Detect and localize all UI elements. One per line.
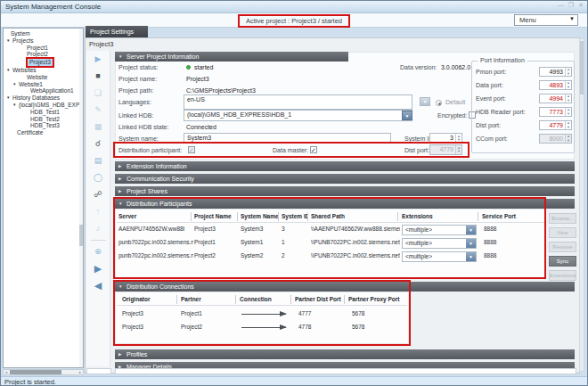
new-project-icon[interactable]: ❏ — [86, 85, 110, 102]
back-icon[interactable]: ◀ — [86, 277, 110, 294]
subtab-project3[interactable]: Project3 — [89, 40, 114, 48]
scrollbar-thumb[interactable] — [10, 370, 61, 374]
data-master-checkbox[interactable]: ✓ — [310, 146, 317, 153]
collapse-icon: ▼ — [118, 199, 127, 209]
chevron-down-icon[interactable]: ▼ — [466, 239, 476, 248]
stepper-arrows-icon[interactable]: ▲▼ — [455, 134, 461, 143]
distribution-icon[interactable]: ☍ — [86, 186, 110, 203]
hdb-reader-port-stepper[interactable]: 7773▲▼ — [539, 107, 572, 117]
section-header-communication-security[interactable]: ▶Communication Security — [115, 174, 575, 184]
add-icon[interactable]: ⊕ — [86, 243, 110, 260]
notification-icon[interactable]: ♪ — [86, 220, 110, 237]
tree-expand-icon[interactable]: ▼ — [12, 102, 19, 109]
tree-item-hdb-test3[interactable]: HDB_Test3 — [4, 122, 83, 129]
sync-button[interactable]: Sync — [549, 256, 576, 267]
section-header-profiles[interactable]: ▶Profiles — [115, 349, 575, 359]
restore-project-icon[interactable]: ▦ — [86, 119, 110, 136]
tree-item-local-hdb[interactable]: ▼(local)\GMS_HDB_EXPRES — [4, 102, 83, 109]
tree-item-system[interactable]: System — [4, 30, 83, 37]
tree-item-project1[interactable]: Project1 — [4, 45, 83, 52]
language-dropdown-icon[interactable]: ▼ — [420, 97, 430, 106]
col-shared-path[interactable]: Shared Path — [311, 212, 398, 221]
tree-vertical-scrollbar[interactable] — [79, 29, 83, 367]
content-horizontal-scrollbar[interactable] — [115, 368, 576, 374]
scroll-right-icon[interactable]: ▸ — [78, 370, 83, 374]
close-icon[interactable]: ✕ — [578, 2, 584, 9]
stepper-arrows-icon[interactable]: ▲▼ — [455, 145, 461, 154]
col-partner-dist-port[interactable]: Partner Dist Port — [295, 295, 345, 304]
data-port-stepper[interactable]: 4893▲▼ — [539, 80, 572, 90]
event-port-stepper[interactable]: 4994▲▼ — [539, 94, 572, 103]
linked-hdb-dropdown-icon[interactable]: ▼ — [402, 111, 412, 120]
languages-listbox[interactable]: en-US — [184, 94, 412, 110]
tree-item-hdb-test2[interactable]: HDB_Test2 — [4, 116, 83, 123]
col-extensions[interactable]: Extensions — [402, 212, 478, 221]
minimize-icon[interactable]: — — [558, 2, 564, 9]
port-information-title: Port Information — [478, 57, 527, 63]
upgrade-icon[interactable]: ↑ — [86, 203, 110, 220]
dist-port-stepper[interactable]: 4779 ▲▼ — [429, 144, 462, 155]
tree-item-websites[interactable]: ▼Websites — [4, 67, 83, 74]
col-partner[interactable]: Partner — [181, 295, 236, 304]
system-id-stepper[interactable]: 3 ▲▼ — [429, 133, 462, 144]
chevron-down-icon[interactable]: ▼ — [466, 252, 476, 261]
col-system-id[interactable]: System ID — [282, 212, 308, 221]
tree-item-certificate[interactable]: Certificate — [4, 129, 83, 136]
col-connection[interactable]: Connection — [240, 295, 291, 304]
tree-item-website1[interactable]: ▼Website1 — [4, 81, 83, 88]
tree-item-history-databases[interactable]: ▼History Databases — [4, 94, 83, 102]
scroll-left-icon[interactable]: ◂ — [4, 370, 9, 374]
start-project-icon[interactable]: ▶ — [86, 51, 110, 68]
tree-expand-icon[interactable]: ▼ — [6, 37, 12, 45]
new-button[interactable]: New — [549, 227, 576, 238]
tree-item-project3[interactable]: Project3 — [4, 58, 83, 67]
maximize-icon[interactable]: ❐ — [568, 2, 574, 9]
tree-item-project2[interactable]: Project2 — [4, 51, 83, 58]
linked-hdb-dropdown[interactable]: (local)\GMS_HDB_EXPRESS\HDB_1 — [184, 110, 412, 121]
dist-port-info-stepper[interactable]: 4779▲▼ — [539, 120, 572, 130]
section-header-extension-information[interactable]: ▶Extension Information — [115, 161, 575, 171]
tree-expand-icon[interactable]: ▼ — [6, 94, 12, 102]
chevron-down-icon[interactable]: ▼ — [466, 226, 476, 234]
tree-item-hdb-test1[interactable]: HDB_Test1 — [4, 109, 83, 116]
menu-dropdown[interactable]: Menu ▼ — [514, 14, 578, 26]
section-header-distribution-connections[interactable]: ▼Distribution Connections — [115, 282, 575, 292]
distribution-participant-checkbox[interactable]: ✓ — [188, 146, 195, 153]
browse-button[interactable]: Browse... — [549, 213, 576, 224]
default-language-radio[interactable] — [436, 100, 442, 106]
extensions-dropdown[interactable]: <multiple>▼ — [402, 251, 477, 262]
save-icon[interactable]: ▤ — [86, 152, 110, 169]
tree-horizontal-scrollbar[interactable]: ◂ ▸ — [3, 369, 84, 375]
col-originator[interactable]: Originator — [122, 295, 177, 304]
content-vertical-scrollbar[interactable] — [579, 38, 584, 372]
stop-project-icon[interactable]: ■ — [86, 68, 110, 85]
remove-button[interactable]: Remove — [549, 242, 576, 252]
extensions-button[interactable]: Extensions — [549, 270, 576, 281]
update-icon[interactable]: ◯ — [86, 169, 110, 186]
extensions-dropdown[interactable]: <multiple>▼ — [402, 225, 477, 235]
pmon-port-stepper[interactable]: 4993▲▼ — [539, 67, 572, 77]
system-name-input[interactable]: System3 — [184, 133, 391, 144]
scrollbar-thumb[interactable] — [580, 41, 584, 94]
status-dot-icon — [186, 65, 191, 70]
section-header-distribution-participants[interactable]: ▼Distribution Participants — [115, 199, 575, 209]
tab-project-settings[interactable]: Project Settings — [86, 26, 148, 37]
section-header-server-info[interactable]: ▼Server Project Information — [115, 52, 348, 62]
tree-item-projects[interactable]: ▼Projects — [4, 37, 83, 45]
col-server[interactable]: Server — [118, 212, 192, 221]
extensions-dropdown[interactable]: <multiple>▼ — [402, 238, 477, 249]
settings-content: ▼Server Project Information Project stat… — [115, 51, 576, 373]
tree-expand-icon[interactable]: ▼ — [12, 81, 19, 88]
section-header-project-shares[interactable]: ▶Project Shares — [115, 186, 575, 196]
col-service-port[interactable]: Service Port — [482, 212, 532, 221]
tree-item-website[interactable]: Website — [4, 74, 83, 81]
tree-item-webapplication1[interactable]: WebApplication1 — [4, 87, 83, 94]
col-partner-proxy-port[interactable]: Partner Proxy Port — [348, 295, 404, 304]
link-hdb-icon[interactable]: ☌ — [86, 136, 110, 152]
data-version-label: Data version: — [400, 64, 437, 70]
col-project-name[interactable]: Project Name — [194, 212, 238, 221]
edit-project-icon[interactable]: ✎ — [86, 102, 110, 119]
col-system-name[interactable]: System Name — [241, 212, 279, 221]
tree-expand-icon[interactable]: ▼ — [6, 67, 12, 74]
forward-icon[interactable]: ▶ — [86, 260, 110, 277]
